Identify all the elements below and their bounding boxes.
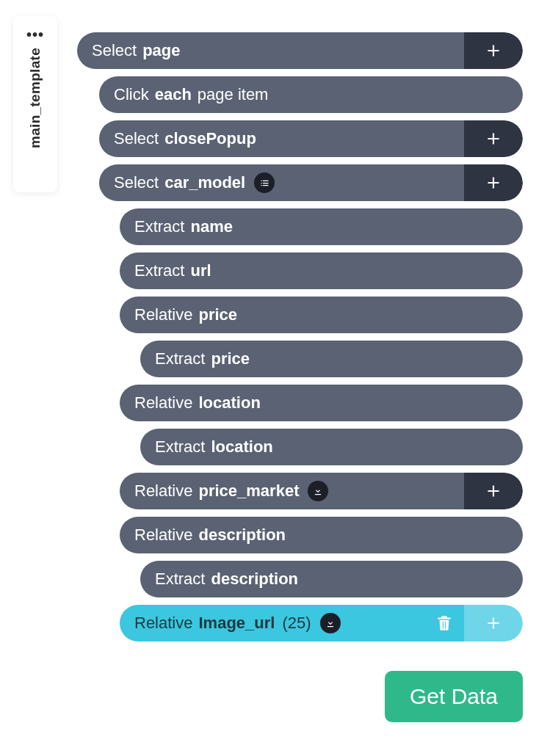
ellipsis-icon[interactable]: ••• <box>26 26 44 43</box>
row-prefix: Extract <box>134 217 184 236</box>
download-icon <box>325 618 336 628</box>
row-value: price_market <box>198 481 299 501</box>
row-prefix: Extract <box>134 261 184 280</box>
row-bold: each <box>155 85 192 104</box>
row-extract-price[interactable]: Extract price <box>140 341 523 377</box>
download-badge[interactable] <box>320 613 341 633</box>
row-value: page <box>142 41 180 60</box>
row-prefix: Extract <box>155 349 205 368</box>
row-extract-url[interactable]: Extract url <box>120 252 523 289</box>
row-prefix: Select <box>92 41 137 60</box>
template-tree: Select page Click each page item Select … <box>77 32 523 741</box>
plus-icon <box>484 129 503 148</box>
delete-button[interactable] <box>435 614 454 633</box>
row-prefix: Relative <box>134 305 192 324</box>
plus-icon <box>484 481 503 501</box>
row-prefix: Extract <box>155 437 205 457</box>
list-icon <box>259 178 270 189</box>
row-prefix: Select <box>114 173 159 192</box>
row-value: closePopup <box>164 129 256 148</box>
row-prefix: Relative <box>134 481 192 501</box>
row-value: price <box>198 305 237 324</box>
row-value: description <box>211 570 298 589</box>
row-extract-location[interactable]: Extract location <box>140 429 523 465</box>
add-button[interactable] <box>464 164 523 201</box>
row-value: price <box>211 349 250 368</box>
row-click-each[interactable]: Click each page item <box>99 76 523 113</box>
row-relative-price[interactable]: Relative price <box>120 297 523 333</box>
row-value: location <box>211 437 272 457</box>
row-extract-name[interactable]: Extract name <box>120 208 523 245</box>
row-value: url <box>190 261 211 280</box>
plus-icon <box>484 173 503 192</box>
row-select-close-popup[interactable]: Select closePopup <box>99 120 523 157</box>
download-badge[interactable] <box>308 481 328 501</box>
row-value: Image_url <box>198 614 275 633</box>
row-relative-description[interactable]: Relative description <box>120 517 523 553</box>
row-relative-location[interactable]: Relative location <box>120 385 523 421</box>
row-extract-description[interactable]: Extract description <box>140 561 523 597</box>
download-icon <box>313 486 323 496</box>
add-button[interactable] <box>464 605 523 641</box>
row-prefix: Relative <box>134 614 192 633</box>
sidebar-template-tab[interactable]: ••• main_template <box>13 16 57 192</box>
row-suffix: page item <box>198 85 269 104</box>
row-count: (25) <box>282 614 311 633</box>
add-button[interactable] <box>464 473 523 509</box>
row-value: description <box>198 526 286 545</box>
trash-icon <box>435 614 454 633</box>
plus-icon <box>484 41 503 60</box>
list-badge[interactable] <box>254 172 275 193</box>
row-prefix: Click <box>114 85 149 104</box>
row-prefix: Relative <box>134 393 192 412</box>
add-button[interactable] <box>464 32 523 69</box>
row-prefix: Extract <box>155 570 205 589</box>
plus-icon <box>484 614 503 633</box>
row-select-page[interactable]: Select page <box>77 32 523 69</box>
row-value: name <box>190 217 232 236</box>
get-data-button[interactable]: Get Data <box>385 671 523 722</box>
row-select-car-model[interactable]: Select car_model <box>99 164 523 201</box>
row-value: car_model <box>164 173 245 192</box>
add-button[interactable] <box>464 120 523 157</box>
row-relative-price-market[interactable]: Relative price_market <box>120 473 523 509</box>
row-prefix: Relative <box>134 526 192 545</box>
row-relative-image-url[interactable]: Relative Image_url (25) <box>120 605 523 641</box>
row-prefix: Select <box>114 129 159 148</box>
tab-label: main_template <box>27 48 43 148</box>
row-value: location <box>198 393 260 412</box>
